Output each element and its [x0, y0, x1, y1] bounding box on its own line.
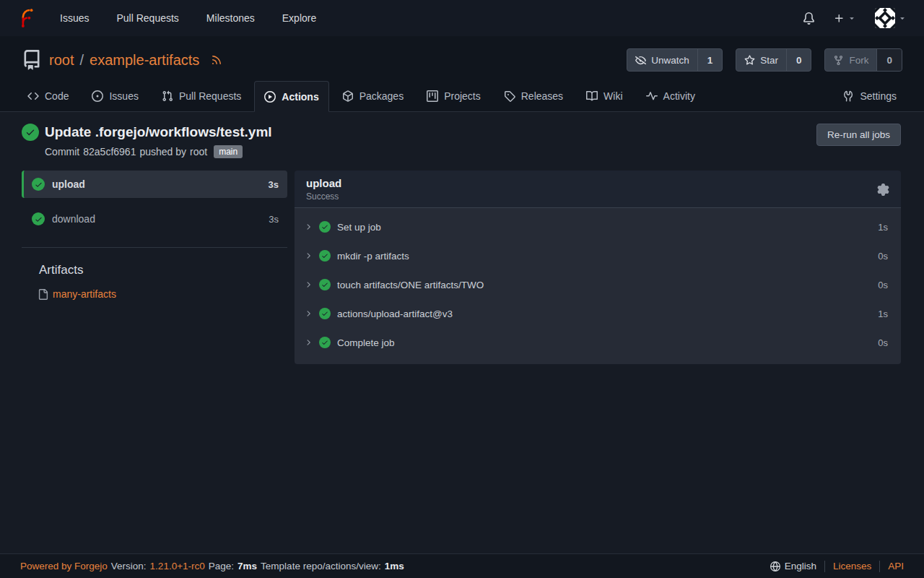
nav-pull-requests[interactable]: Pull Requests: [116, 12, 178, 24]
steps-list: Set up job 1s mkdir -p artifacts 0s touc…: [295, 208, 901, 364]
forks-count[interactable]: 0: [876, 49, 902, 71]
repo-header: root / example-artifacts Unwatch 1 Star: [0, 36, 924, 81]
nav-milestones[interactable]: Milestones: [206, 12, 255, 24]
package-icon: [342, 90, 354, 102]
repo-icon: [22, 50, 42, 70]
version-link[interactable]: 1.21.0+1-rc0: [150, 561, 205, 571]
fork-button[interactable]: Fork: [825, 49, 876, 71]
tab-packages[interactable]: Packages: [332, 81, 414, 111]
avatar: [875, 8, 895, 28]
user-menu[interactable]: [875, 8, 907, 28]
tab-actions[interactable]: Actions: [254, 81, 328, 112]
tab-projects[interactable]: Projects: [417, 81, 491, 111]
star-button[interactable]: Star: [736, 49, 786, 71]
powered-by-link[interactable]: Powered by Forgejo: [20, 561, 108, 571]
step-row[interactable]: actions/upload-artifact@v3 1s: [295, 299, 901, 328]
watch-button-group: Unwatch 1: [627, 48, 723, 72]
job-name: download: [52, 213, 95, 225]
step-duration: 0s: [878, 251, 888, 262]
language-menu[interactable]: English: [770, 561, 816, 571]
plus-icon: [834, 13, 845, 24]
create-new-button[interactable]: [834, 13, 856, 24]
chevron-right-icon: [304, 251, 313, 260]
notifications-button[interactable]: [803, 12, 815, 25]
tab-wiki[interactable]: Wiki: [576, 81, 632, 111]
job-name: upload: [52, 178, 85, 190]
chevron-right-icon: [304, 223, 313, 231]
tab-label: Actions: [282, 91, 318, 103]
repo-owner-link[interactable]: root: [49, 52, 74, 69]
tab-pull-requests[interactable]: Pull Requests: [152, 81, 251, 111]
step-duration: 1s: [878, 222, 888, 233]
repo-tabs: Code Issues Pull Requests Actions Packag…: [0, 81, 924, 112]
step-duration: 0s: [878, 280, 888, 290]
step-success-icon: [319, 337, 331, 348]
step-name: actions/upload-artifact@v3: [337, 309, 453, 319]
jobs-sidebar: upload 3s download 3s Artifacts many-art…: [22, 171, 287, 300]
tab-settings[interactable]: Settings: [832, 81, 907, 111]
job-detail-name: upload: [306, 177, 341, 189]
tab-issues[interactable]: Issues: [82, 81, 148, 111]
pull-request-icon: [162, 90, 173, 102]
job-row-download[interactable]: download 3s: [22, 205, 287, 233]
commit-author[interactable]: root: [190, 146, 207, 158]
page-time-label: Page:: [209, 561, 234, 571]
tag-icon: [504, 90, 515, 102]
step-name: Set up job: [337, 222, 381, 233]
bell-icon: [803, 12, 815, 25]
tab-label: Packages: [359, 90, 404, 102]
rerun-all-jobs-button[interactable]: Re-run all jobs: [816, 124, 901, 146]
tab-label: Code: [45, 90, 69, 102]
tab-releases[interactable]: Releases: [494, 81, 573, 111]
step-success-icon: [319, 250, 331, 262]
watchers-count[interactable]: 1: [697, 49, 723, 71]
language-label: English: [785, 561, 816, 571]
step-row[interactable]: touch artifacts/ONE artifacts/TWO 0s: [295, 270, 901, 299]
branch-badge[interactable]: main: [214, 145, 243, 158]
eye-slash-icon: [635, 55, 646, 66]
step-row[interactable]: Complete job 0s: [295, 328, 901, 357]
step-name: touch artifacts/ONE artifacts/TWO: [337, 280, 484, 290]
step-row[interactable]: Set up job 1s: [295, 212, 901, 241]
rss-button[interactable]: [211, 54, 222, 66]
navbar-links: Issues Pull Requests Milestones Explore: [60, 12, 316, 24]
navbar: Issues Pull Requests Milestones Explore: [0, 0, 924, 36]
api-link[interactable]: API: [888, 561, 904, 571]
job-success-icon: [32, 212, 45, 225]
template-time-label: Template repo/actions/view:: [261, 561, 381, 571]
chevron-right-icon: [304, 280, 313, 289]
job-detail-panel: upload Success Set up job 1s mkdir -p: [295, 171, 901, 364]
forgejo-logo[interactable]: [17, 9, 37, 28]
licenses-link[interactable]: Licenses: [833, 561, 871, 571]
tab-label: Wiki: [603, 90, 622, 102]
step-success-icon: [319, 221, 331, 233]
artifact-link[interactable]: many-artifacts: [53, 288, 116, 300]
repo-separator: /: [79, 52, 84, 69]
step-success-icon: [319, 279, 331, 290]
repo-name-link[interactable]: example-artifacts: [90, 52, 199, 69]
unwatch-label: Unwatch: [651, 55, 689, 66]
tab-label: Activity: [663, 90, 695, 102]
step-name: Complete job: [337, 337, 395, 348]
step-duration: 0s: [878, 337, 888, 348]
nav-explore[interactable]: Explore: [282, 12, 316, 24]
job-panel-header: upload Success: [295, 171, 901, 208]
stars-count[interactable]: 0: [786, 49, 811, 71]
file-icon: [38, 289, 48, 300]
unwatch-button[interactable]: Unwatch: [627, 49, 697, 71]
job-duration: 3s: [269, 214, 279, 225]
commit-line: Commit 82a5cf6961 pushed by root main: [45, 145, 272, 158]
commit-label: Commit: [45, 146, 79, 158]
gear-icon: [877, 184, 889, 196]
artifact-item: many-artifacts: [38, 288, 287, 300]
commit-sha[interactable]: 82a5cf6961: [83, 146, 136, 158]
job-options-button[interactable]: [877, 184, 889, 196]
tab-code[interactable]: Code: [17, 81, 79, 111]
tab-label: Issues: [109, 90, 138, 102]
nav-issues[interactable]: Issues: [60, 12, 89, 24]
tab-activity[interactable]: Activity: [636, 81, 705, 111]
job-row-upload[interactable]: upload 3s: [22, 171, 287, 198]
step-row[interactable]: mkdir -p artifacts 0s: [295, 241, 901, 270]
job-duration: 3s: [269, 179, 279, 190]
step-success-icon: [319, 308, 331, 319]
